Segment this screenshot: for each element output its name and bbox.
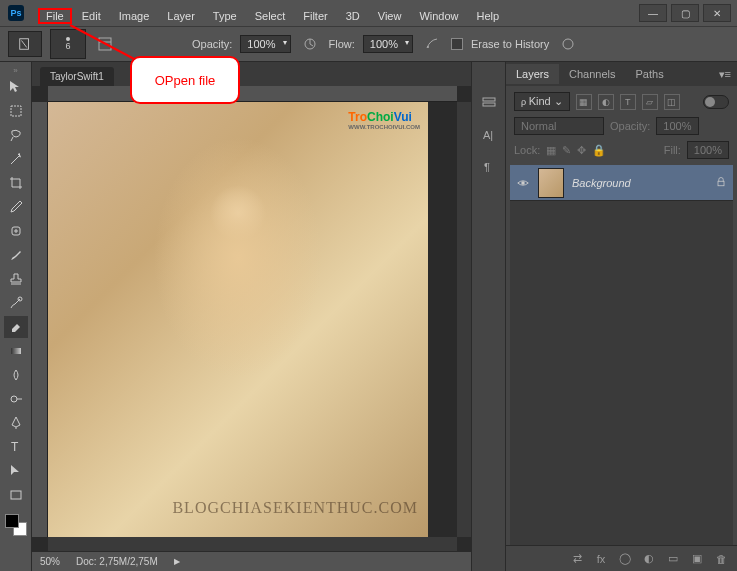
character-panel-icon[interactable]: A| — [478, 124, 500, 146]
foreground-color-swatch[interactable] — [5, 514, 19, 528]
canvas[interactable]: TroChoiVui WWW.TROCHOIVUI.COM BLOGCHIASE… — [48, 102, 457, 537]
eraser-tool[interactable] — [4, 316, 28, 338]
visibility-icon[interactable] — [516, 176, 530, 190]
svg-rect-14 — [483, 98, 495, 101]
heal-tool[interactable] — [4, 220, 28, 242]
layer-mask-icon[interactable]: ◯ — [617, 551, 633, 567]
group-icon[interactable]: ▭ — [665, 551, 681, 567]
paths-tab[interactable]: Paths — [626, 64, 674, 84]
crop-tool[interactable] — [4, 172, 28, 194]
flow-select[interactable]: 100% — [363, 35, 413, 53]
paragraph-panel-icon[interactable]: ¶ — [478, 156, 500, 178]
layers-tab[interactable]: Layers — [506, 64, 559, 84]
filter-smart-icon[interactable]: ◫ — [664, 94, 680, 110]
channels-tab[interactable]: Channels — [559, 64, 625, 84]
main-area: » T TaylorSwift1 — [0, 62, 737, 571]
history-brush-tool[interactable] — [4, 292, 28, 314]
close-button[interactable]: ✕ — [703, 4, 731, 22]
gradient-tool[interactable] — [4, 340, 28, 362]
filter-type-icon[interactable]: T — [620, 94, 636, 110]
menu-select[interactable]: Select — [247, 8, 294, 24]
minimize-button[interactable]: — — [639, 4, 667, 22]
svg-rect-7 — [11, 106, 21, 116]
layer-thumbnail[interactable] — [538, 168, 564, 198]
menu-image[interactable]: Image — [111, 8, 158, 24]
document-tab[interactable]: TaylorSwift1 — [40, 67, 114, 86]
pressure-opacity-icon[interactable] — [299, 33, 321, 55]
panel-menu-icon[interactable]: ▾≡ — [713, 68, 737, 81]
erase-history-checkbox[interactable] — [451, 38, 463, 50]
lock-all-icon[interactable]: 🔒 — [592, 144, 606, 157]
document-tabs: TaylorSwift1 — [32, 62, 471, 86]
lock-pixels-icon[interactable]: ✎ — [562, 144, 571, 157]
wand-tool[interactable] — [4, 148, 28, 170]
eyedropper-tool[interactable] — [4, 196, 28, 218]
blur-tool[interactable] — [4, 364, 28, 386]
menu-file[interactable]: File — [38, 8, 72, 24]
horizontal-scrollbar[interactable] — [48, 537, 457, 551]
canvas-wrapper: TroChoiVui WWW.TROCHOIVUI.COM BLOGCHIASE… — [32, 86, 471, 551]
layer-opacity-label: Opacity: — [610, 120, 650, 132]
menu-filter[interactable]: Filter — [295, 8, 335, 24]
layers-panel-footer: ⇄ fx ◯ ◐ ▭ ▣ 🗑 — [506, 545, 737, 571]
menu-layer[interactable]: Layer — [159, 8, 203, 24]
stamp-tool[interactable] — [4, 268, 28, 290]
brush-tool[interactable] — [4, 244, 28, 266]
menu-help[interactable]: Help — [469, 8, 508, 24]
path-select-tool[interactable] — [4, 460, 28, 482]
erase-history-label: Erase to History — [471, 38, 549, 50]
type-tool[interactable]: T — [4, 436, 28, 458]
blend-mode-select[interactable]: Normal — [514, 117, 604, 135]
tool-preset-picker[interactable] — [8, 31, 42, 57]
filter-toggle[interactable] — [703, 95, 729, 109]
menu-type[interactable]: Type — [205, 8, 245, 24]
right-panels: Layers Channels Paths ▾≡ ρ Kind ⌄ ▦ ◐ T … — [505, 62, 737, 571]
color-swatches[interactable] — [5, 514, 27, 536]
vertical-scrollbar[interactable] — [457, 102, 471, 537]
layer-style-icon[interactable]: fx — [593, 551, 609, 567]
menu-view[interactable]: View — [370, 8, 410, 24]
menu-3d[interactable]: 3D — [338, 8, 368, 24]
marquee-tool[interactable] — [4, 100, 28, 122]
pressure-size-icon[interactable] — [557, 33, 579, 55]
fill-label: Fill: — [664, 144, 681, 156]
filter-shape-icon[interactable]: ▱ — [642, 94, 658, 110]
lock-position-icon[interactable]: ✥ — [577, 144, 586, 157]
filter-adjust-icon[interactable]: ◐ — [598, 94, 614, 110]
airbrush-icon[interactable] — [421, 33, 443, 55]
svg-text:A|: A| — [483, 129, 493, 141]
brush-panel-icon[interactable] — [94, 33, 116, 55]
vertical-ruler[interactable] — [32, 102, 48, 537]
maximize-button[interactable]: ▢ — [671, 4, 699, 22]
adjustment-layer-icon[interactable]: ◐ — [641, 551, 657, 567]
layer-name[interactable]: Background — [572, 177, 707, 189]
lock-transparent-icon[interactable]: ▦ — [546, 144, 556, 157]
layer-row[interactable]: Background — [510, 165, 733, 201]
layer-opacity-value[interactable]: 100% — [656, 117, 698, 135]
lasso-tool[interactable] — [4, 124, 28, 146]
options-bar: 6 Opacity: 100% Flow: 100% Erase to Hist… — [0, 26, 737, 62]
svg-rect-2 — [99, 38, 111, 50]
menu-edit[interactable]: Edit — [74, 8, 109, 24]
svg-point-5 — [427, 46, 429, 48]
image-watermark-bottom: BLOGCHIASEKIENTHUC.COM — [172, 499, 418, 517]
filter-pixel-icon[interactable]: ▦ — [576, 94, 592, 110]
svg-point-11 — [11, 396, 17, 402]
link-layers-icon[interactable]: ⇄ — [569, 551, 585, 567]
move-tool[interactable] — [4, 76, 28, 98]
menu-window[interactable]: Window — [411, 8, 466, 24]
zoom-level[interactable]: 50% — [40, 556, 60, 567]
new-layer-icon[interactable]: ▣ — [689, 551, 705, 567]
dodge-tool[interactable] — [4, 388, 28, 410]
delete-layer-icon[interactable]: 🗑 — [713, 551, 729, 567]
fill-value[interactable]: 100% — [687, 141, 729, 159]
pen-tool[interactable] — [4, 412, 28, 434]
shape-tool[interactable] — [4, 484, 28, 506]
brush-preset-picker[interactable]: 6 — [50, 29, 86, 59]
horizontal-ruler[interactable] — [48, 86, 457, 102]
history-panel-icon[interactable] — [478, 92, 500, 114]
filter-kind-select[interactable]: ρ Kind ⌄ — [514, 92, 570, 111]
lock-label: Lock: — [514, 144, 540, 156]
opacity-select[interactable]: 100% — [240, 35, 290, 53]
layers-list: Background — [510, 165, 733, 545]
